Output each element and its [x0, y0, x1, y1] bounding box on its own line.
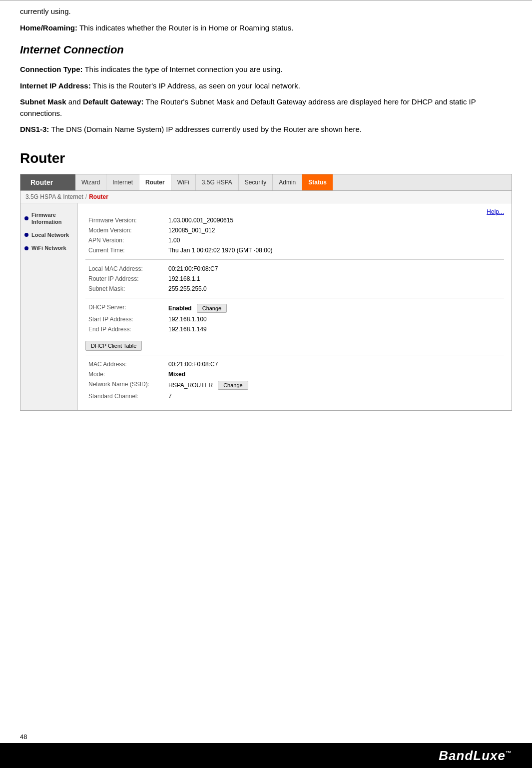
ssid-change-button[interactable]: Change: [218, 381, 248, 390]
internet-connection-heading: Internet Connection: [20, 43, 512, 56]
subnet-para: Subnet Mask and Default Gateway: The Rou…: [20, 96, 512, 119]
table-row: Subnet Mask: 255.255.255.0: [85, 284, 504, 294]
brand-name: BandLuxe: [439, 748, 506, 763]
local-network-table: Local MAC Address: 00:21:00:F0:08:C7 Rou…: [85, 264, 504, 294]
sidebar-item-local-network[interactable]: Local Network: [20, 228, 77, 241]
dhcp-inline-row: Enabled Change: [168, 304, 501, 313]
wifi-mac-value: 00:21:00:F0:08:C7: [165, 359, 504, 369]
end-ip-label: End IP Address:: [85, 324, 165, 334]
tab-internet[interactable]: Internet: [106, 174, 139, 190]
sidebar-item-wifi[interactable]: WiFi Network: [20, 241, 77, 254]
sidebar: Firmware Information Local Network WiFi …: [20, 203, 78, 410]
home-roaming-para: Home/Roaming: This indicates whether the…: [20, 22, 512, 34]
router-logo: Router: [20, 174, 75, 190]
dhcp-server-label: DHCP Server:: [85, 302, 165, 314]
apn-version-value: 1.00: [165, 235, 504, 245]
dhcp-change-button[interactable]: Change: [197, 304, 227, 313]
sidebar-wifi-label: WiFi Network: [31, 244, 66, 251]
dhcp-server-cell: Enabled Change: [165, 302, 504, 314]
trademark-symbol: ™: [506, 750, 512, 757]
table-row: Current Time: Thu Jan 1 00:02:02 1970 (G…: [85, 245, 504, 255]
dns-para: DNS1-3: The DNS (Domain Name System) IP …: [20, 124, 512, 135]
home-roaming-label: Home/Roaming:: [20, 23, 77, 32]
section-divider-2: [85, 298, 504, 298]
apn-version-label: APN Version:: [85, 235, 165, 245]
ssid-value: HSPA_ROUTER: [168, 382, 213, 389]
start-ip-value: 192.168.1.100: [165, 314, 504, 324]
subnet-label: Subnet Mask: [20, 97, 66, 106]
connection-type-para: Connection Type: This indicates the type…: [20, 64, 512, 75]
section-divider: [85, 259, 504, 260]
section-divider-3: [85, 355, 504, 355]
firmware-table: Firmware Version: 1.03.000.001_20090615 …: [85, 215, 504, 255]
connection-type-label: Connection Type:: [20, 65, 83, 73]
table-row: Router IP Address: 192.168.1.1: [85, 274, 504, 284]
breadcrumb-base: 3.5G HSPA & Internet: [25, 193, 83, 200]
table-row: End IP Address: 192.168.1.149: [85, 324, 504, 334]
wifi-mode-strong: Mixed: [168, 371, 185, 378]
page-number: 48: [20, 733, 27, 741]
router-section-heading: Router: [20, 150, 512, 166]
table-row: Standard Channel: 7: [85, 391, 504, 401]
table-row: Modem Version: 120085_001_012: [85, 225, 504, 235]
dot-icon: [24, 246, 28, 250]
channel-value: 7: [165, 391, 504, 401]
table-row: Mode: Mixed: [85, 369, 504, 379]
tab-admin[interactable]: Admin: [273, 174, 302, 190]
dhcp-client-table-button[interactable]: DHCP Client Table: [85, 341, 142, 351]
internet-ip-para: Internet IP Address: This is the Router'…: [20, 80, 512, 92]
connection-type-text: This indicates the type of Internet conn…: [83, 65, 283, 73]
tab-status[interactable]: Status: [302, 174, 333, 190]
modem-version-label: Modem Version:: [85, 225, 165, 235]
wifi-mode-label: Mode:: [85, 369, 165, 379]
firmware-version-value: 1.03.000.001_20090615: [165, 215, 504, 225]
start-ip-label: Start IP Address:: [85, 314, 165, 324]
table-row: Start IP Address: 192.168.1.100: [85, 314, 504, 324]
router-ip-label: Router IP Address:: [85, 274, 165, 284]
table-row: DHCP Server: Enabled Change: [85, 302, 504, 314]
table-row: MAC Address: 00:21:00:F0:08:C7: [85, 359, 504, 369]
sidebar-item-firmware[interactable]: Firmware Information: [20, 208, 77, 229]
table-row: Firmware Version: 1.03.000.001_20090615: [85, 215, 504, 225]
ssid-cell: HSPA_ROUTER Change: [165, 379, 504, 391]
dns-label: DNS1-3:: [20, 125, 49, 133]
internet-ip-text: This is the Router's IP Address, as seen…: [91, 81, 300, 90]
table-row: APN Version: 1.00: [85, 235, 504, 245]
tab-security[interactable]: Security: [239, 174, 273, 190]
currently-using-text: currently using.: [20, 6, 512, 17]
dhcp-table: DHCP Server: Enabled Change Start IP Add…: [85, 302, 504, 334]
dot-icon: [24, 233, 28, 237]
panel-body: Firmware Information Local Network WiFi …: [20, 203, 512, 410]
wifi-table: MAC Address: 00:21:00:F0:08:C7 Mode: Mix…: [85, 359, 504, 401]
modem-version-value: 120085_001_012: [165, 225, 504, 235]
table-row: Local MAC Address: 00:21:00:F0:08:C7: [85, 264, 504, 274]
breadcrumb: 3.5G HSPA & Internet / Router: [20, 191, 512, 203]
dhcp-value: Enabled: [168, 305, 192, 312]
content-area: Help... Firmware Version: 1.03.000.001_2…: [78, 203, 512, 410]
channel-label: Standard Channel:: [85, 391, 165, 401]
wifi-mode-value: Mixed: [165, 369, 504, 379]
router-ip-value: 192.168.1.1: [165, 274, 504, 284]
tab-3g-hspa[interactable]: 3.5G HSPA: [196, 174, 239, 190]
subnet-mask-label: Subnet Mask:: [85, 284, 165, 294]
wifi-mac-label: MAC Address:: [85, 359, 165, 369]
end-ip-value: 192.168.1.149: [165, 324, 504, 334]
internet-ip-label: Internet IP Address:: [20, 81, 91, 90]
sidebar-local-label: Local Network: [31, 231, 69, 238]
page-footer: BandLuxe™: [0, 743, 532, 768]
dns-text: The DNS (Domain Name System) IP addresse…: [49, 125, 362, 133]
table-row: Network Name (SSID): HSPA_ROUTER Change: [85, 379, 504, 391]
sidebar-firmware-label: Firmware Information: [31, 211, 73, 226]
breadcrumb-separator: /: [85, 193, 87, 200]
local-mac-label: Local MAC Address:: [85, 264, 165, 274]
tab-wifi[interactable]: WiFi: [171, 174, 196, 190]
subnet-mask-value: 255.255.255.0: [165, 284, 504, 294]
breadcrumb-current: Router: [89, 193, 108, 200]
ssid-inline-row: HSPA_ROUTER Change: [168, 381, 501, 390]
home-roaming-text: This indicates whether the Router is in …: [77, 23, 293, 32]
current-time-label: Current Time:: [85, 245, 165, 255]
tab-wizard[interactable]: Wizard: [75, 174, 106, 190]
tab-router[interactable]: Router: [139, 174, 171, 190]
subnet-and: and: [66, 97, 83, 106]
help-link[interactable]: Help...: [487, 208, 504, 215]
